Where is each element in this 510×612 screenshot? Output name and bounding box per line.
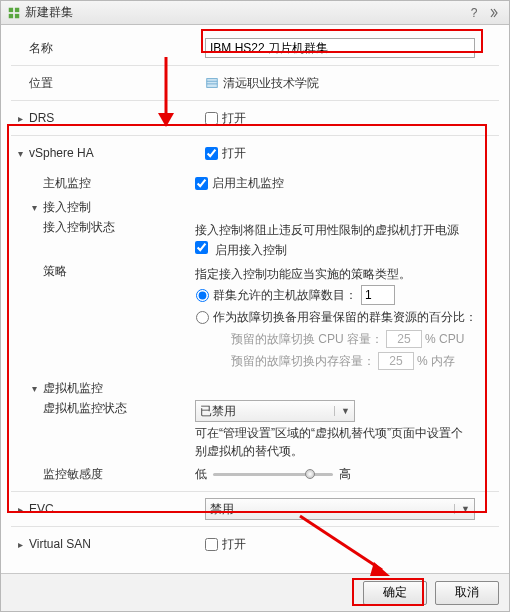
drs-open-label: 打开: [222, 110, 246, 127]
ha-open-label: 打开: [222, 145, 246, 162]
vsan-open-label: 打开: [222, 536, 246, 553]
chevron-down-icon: ▼: [454, 504, 470, 514]
svg-rect-0: [9, 7, 13, 11]
admission-state-label: 接入控制状态: [15, 219, 195, 236]
help-button[interactable]: ?: [465, 5, 483, 21]
reserve-cpu-input: [386, 330, 422, 348]
reserve-mem-input: [378, 352, 414, 370]
dialog-body: 名称 位置 清远职业技术学院 ▸: [1, 25, 509, 573]
drs-label: DRS: [25, 111, 205, 125]
sensitivity-slider[interactable]: [213, 467, 333, 481]
sensitivity-high: 高: [339, 466, 351, 483]
location-value: 清远职业技术学院: [223, 75, 319, 92]
admission-head: 接入控制: [39, 199, 205, 216]
drs-checkbox[interactable]: [205, 112, 218, 125]
policy-radio-percentage[interactable]: [196, 311, 209, 324]
cluster-icon: [7, 6, 21, 20]
evc-dropdown[interactable]: 禁用 ▼: [205, 498, 475, 520]
ok-button[interactable]: 确定: [363, 581, 427, 605]
evc-expander[interactable]: ▸: [15, 504, 25, 515]
cancel-button[interactable]: 取消: [435, 581, 499, 605]
titlebar: 新建群集 ?: [1, 1, 509, 25]
svg-rect-3: [15, 13, 19, 17]
reserve-mem-unit: % 内存: [417, 353, 455, 370]
vm-monitoring-state-label: 虚拟机监控状态: [15, 400, 195, 417]
host-monitoring-label: 主机监控: [15, 175, 195, 192]
ha-expander[interactable]: ▾: [15, 148, 25, 159]
reserve-cpu-label: 预留的故障切换 CPU 容量：: [231, 331, 383, 348]
chevron-down-icon: ▼: [334, 406, 350, 416]
host-monitoring-checkbox[interactable]: [195, 177, 208, 190]
host-monitoring-enable-label: 启用主机监控: [212, 175, 284, 192]
admission-expander[interactable]: ▾: [29, 202, 39, 213]
policy-radio-host-failures[interactable]: [196, 289, 209, 302]
svg-rect-2: [9, 13, 13, 17]
policy-desc: 指定接入控制功能应当实施的策略类型。: [195, 263, 411, 285]
policy-label: 策略: [15, 263, 195, 280]
evc-label: EVC: [25, 502, 205, 516]
vsan-expander[interactable]: ▸: [15, 539, 25, 550]
window-title: 新建群集: [25, 4, 463, 21]
vsan-label: Virtual SAN: [25, 537, 205, 551]
ha-checkbox[interactable]: [205, 147, 218, 160]
reserve-cpu-unit: % CPU: [425, 332, 464, 346]
svg-rect-1: [15, 7, 19, 11]
pin-button[interactable]: [485, 5, 503, 21]
svg-rect-4: [207, 79, 218, 88]
admission-enable-checkbox[interactable]: [195, 241, 208, 254]
admission-desc: 接入控制将阻止违反可用性限制的虚拟机打开电源: [195, 219, 459, 241]
vsan-checkbox[interactable]: [205, 538, 218, 551]
vm-monitoring-dropdown[interactable]: 已禁用 ▼: [195, 400, 355, 422]
sensitivity-low: 低: [195, 466, 207, 483]
datacenter-icon: [205, 76, 219, 90]
admission-enable-label: 启用接入控制: [215, 243, 287, 257]
name-label: 名称: [25, 40, 205, 57]
name-input[interactable]: [205, 38, 475, 58]
vm-monitoring-expander[interactable]: ▾: [29, 383, 39, 394]
vm-monitoring-head: 虚拟机监控: [39, 380, 205, 397]
host-failures-input[interactable]: [361, 285, 395, 305]
dialog-footer: 确定 取消: [1, 573, 509, 611]
policy-radio2-label: 作为故障切换备用容量保留的群集资源的百分比：: [213, 309, 477, 326]
policy-radio1-label: 群集允许的主机故障数目：: [213, 287, 357, 304]
reserve-mem-label: 预留的故障切换内存容量：: [231, 353, 375, 370]
vm-monitoring-desc: 可在“管理设置”区域的“虚拟机替代项”页面中设置个别虚拟机的替代项。: [195, 422, 465, 462]
location-label: 位置: [25, 75, 205, 92]
drs-expander[interactable]: ▸: [15, 113, 25, 124]
evc-dropdown-value: 禁用: [210, 501, 454, 518]
ha-label: vSphere HA: [25, 146, 205, 160]
sensitivity-label: 监控敏感度: [15, 466, 195, 483]
vm-monitoring-dropdown-value: 已禁用: [200, 403, 334, 420]
